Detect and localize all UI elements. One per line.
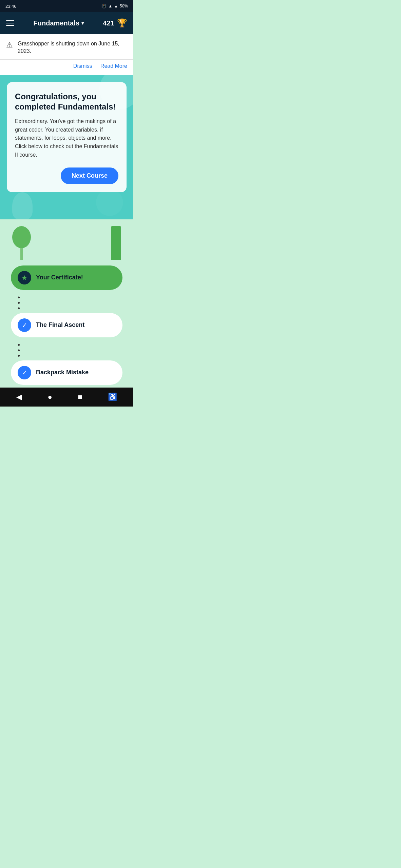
status-bar: 23:46 📳 ▲ ▲ 50% xyxy=(0,0,133,12)
back-button[interactable]: ◀ xyxy=(11,390,27,404)
next-course-button[interactable]: Next Course xyxy=(61,167,118,184)
bottom-nav: ◀ ● ■ ♿ xyxy=(0,388,133,407)
wifi-icon: ▲ xyxy=(108,4,112,8)
teal-background: Congratulations, you completed Fundament… xyxy=(0,75,133,219)
vibrate-icon: 📳 xyxy=(101,4,107,8)
dots-separator-2: ••• xyxy=(11,340,122,360)
course-name-backpack: Backpack Mistake xyxy=(36,369,89,376)
menu-button[interactable] xyxy=(6,20,14,26)
home-button[interactable]: ● xyxy=(42,390,57,404)
completion-card: Congratulations, you completed Fundament… xyxy=(7,82,127,192)
course-item-backpack[interactable]: ✓ Backpack Mistake xyxy=(11,360,122,385)
dismiss-button[interactable]: Dismiss xyxy=(73,63,92,69)
accessibility-button[interactable]: ♿ xyxy=(102,390,122,404)
warning-icon: ⚠ xyxy=(6,41,13,50)
dots-separator-1: ••• xyxy=(11,293,122,313)
trophy-icon: 🏆 xyxy=(117,18,127,28)
status-icons: 📳 ▲ ▲ 50% xyxy=(101,4,128,8)
battery-text: 50% xyxy=(120,4,128,8)
course-list: ★ Your Certificate! ••• ✓ The Final Asce… xyxy=(5,260,128,385)
chevron-down-icon: ▾ xyxy=(81,20,84,26)
completion-body: Extraordinary. You've got the makings of… xyxy=(15,117,118,159)
completion-title: Congratulations, you completed Fundament… xyxy=(15,92,118,112)
trees-decoration xyxy=(5,226,128,260)
nav-title-area[interactable]: Fundamentals ▾ xyxy=(34,19,84,27)
tree-left xyxy=(12,226,31,260)
course-item-final-ascent[interactable]: ✓ The Final Ascent xyxy=(11,313,122,337)
nav-score-area: 421 🏆 xyxy=(103,18,127,28)
star-icon: ★ xyxy=(18,271,31,284)
certificate-label: Your Certificate! xyxy=(36,274,83,281)
banner-message: Grasshopper is shutting down on June 15,… xyxy=(18,40,127,55)
score-value: 421 xyxy=(103,19,114,27)
recent-apps-button[interactable]: ■ xyxy=(72,390,88,404)
signal-icon: ▲ xyxy=(114,4,118,8)
course-name-final-ascent: The Final Ascent xyxy=(36,321,84,329)
check-icon-final-ascent: ✓ xyxy=(18,318,31,332)
certificate-item[interactable]: ★ Your Certificate! xyxy=(11,265,122,290)
time: 23:46 xyxy=(5,4,17,9)
green-area: ★ Your Certificate! ••• ✓ The Final Asce… xyxy=(0,219,133,385)
shutdown-banner: ⚠ Grasshopper is shutting down on June 1… xyxy=(0,34,133,60)
read-more-button[interactable]: Read More xyxy=(100,63,127,69)
top-nav: Fundamentals ▾ 421 🏆 xyxy=(0,12,133,34)
nav-course-title: Fundamentals xyxy=(34,19,80,27)
check-icon-backpack: ✓ xyxy=(18,366,31,379)
tree-right xyxy=(111,226,121,260)
